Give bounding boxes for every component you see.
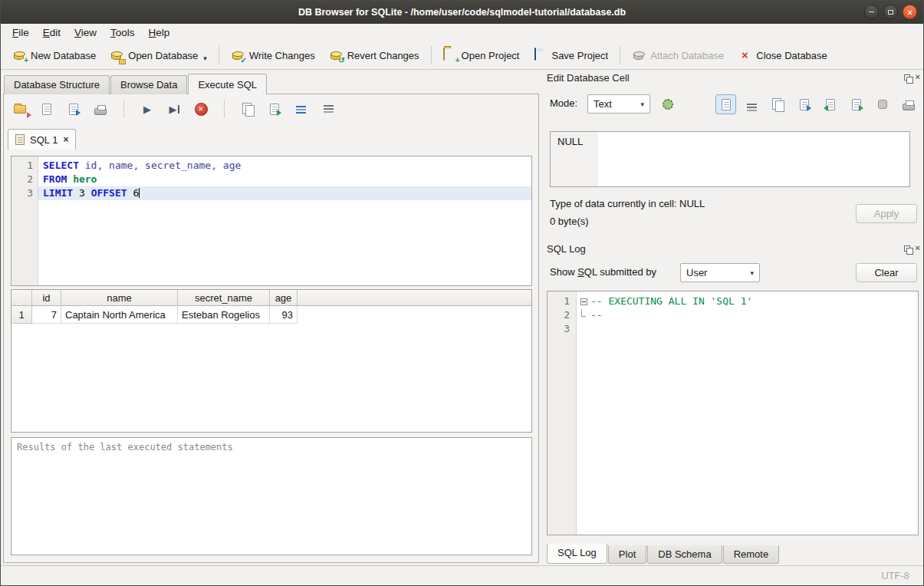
fold-marker-icon[interactable] <box>580 298 587 305</box>
chevron-down-icon: ▾ <box>750 269 754 277</box>
sql-toolbar: ▶ ▶ × <box>12 99 337 119</box>
word-wrap-icon <box>324 105 334 107</box>
code-line-3: LIMIT 3 OFFSET 6 <box>38 186 531 200</box>
dock-tab-plot[interactable]: Plot <box>608 545 646 564</box>
sql-tab[interactable]: SQL 1 × <box>8 129 76 150</box>
save-project-icon <box>533 48 547 62</box>
execute-sql-pane: ▶ ▶ × SQL 1 × 1 2 3 SELECT id, name, se <box>3 94 539 563</box>
word-wrap-button[interactable] <box>320 100 337 117</box>
execute-line-icon: ▶ <box>169 104 177 114</box>
dock-tab-bar: SQL Log Plot DB Schema Remote <box>547 544 780 564</box>
dock-tab-sql-log[interactable]: SQL Log <box>547 544 607 564</box>
sql-log-viewer[interactable]: 1 2 3 -- EXECUTING ALL IN 'SQL 1' -- <box>547 291 919 535</box>
row-number-cell[interactable]: 1 <box>12 306 32 324</box>
results-message-box[interactable]: Results of the last executed statements <box>11 437 532 555</box>
import-cell-button[interactable] <box>820 94 840 114</box>
open-database-dropdown-icon[interactable]: ▾ <box>203 54 207 62</box>
menu-edit[interactable]: Edit <box>36 25 67 40</box>
menu-help[interactable]: Help <box>142 25 177 40</box>
sql-tab-bar: SQL 1 × <box>8 128 76 150</box>
open-database-button[interactable]: Open Database ▾ <box>103 44 214 66</box>
chevron-down-icon: ▾ <box>640 100 644 108</box>
column-header-secret-name[interactable]: secret_name <box>178 290 270 306</box>
mode-combobox[interactable]: Text ▾ <box>587 94 650 114</box>
close-database-icon: × <box>738 48 751 62</box>
save-project-button[interactable]: Save Project <box>526 44 615 66</box>
format-sql-button[interactable] <box>293 100 310 117</box>
column-header-name[interactable]: name <box>61 290 178 306</box>
tab-browse-data[interactable]: Browse Data <box>110 75 187 94</box>
revert-changes-icon: ↺ <box>329 48 343 62</box>
dock-close-icon[interactable]: × <box>916 73 920 81</box>
open-sql-tab-button[interactable] <box>266 100 283 117</box>
column-header-age[interactable]: age <box>270 290 298 306</box>
execute-current-line-button[interactable]: ▶ <box>166 100 182 117</box>
sql-editor[interactable]: 1 2 3 SELECT id, name, secret_name, age … <box>11 156 532 286</box>
minimize-button[interactable] <box>864 5 879 19</box>
menu-tools[interactable]: Tools <box>104 25 142 40</box>
menu-file[interactable]: File <box>5 25 36 40</box>
word-wrap-cell-button[interactable] <box>742 94 762 114</box>
encoding-indicator[interactable]: UTF-8 <box>881 570 909 581</box>
mode-label: Mode: <box>550 97 577 109</box>
cell-secret-name[interactable]: Esteban Rogelios <box>178 306 270 324</box>
print-cell-button[interactable] <box>898 94 919 114</box>
save-sql-file-as-button[interactable] <box>65 100 82 117</box>
text-mode-button[interactable] <box>715 94 736 114</box>
text-cursor <box>139 188 140 198</box>
stop-execution-button[interactable]: × <box>192 100 209 117</box>
save-as-icon <box>800 99 809 110</box>
header-filler <box>298 290 531 306</box>
set-null-button[interactable] <box>872 94 893 114</box>
cell-id[interactable]: 7 <box>32 306 61 324</box>
cell-editor-toolbar <box>715 94 919 114</box>
save-cell-button[interactable] <box>794 94 814 114</box>
export-cell-button[interactable] <box>846 94 866 114</box>
sql-toolbar-separator <box>123 100 124 118</box>
cell-type-info: Type of data currently in cell: NULL <box>550 198 705 209</box>
cell-age[interactable]: 93 <box>270 306 298 324</box>
print-sql-button[interactable] <box>92 100 109 117</box>
save-sql-file-button[interactable] <box>38 100 55 117</box>
cell-name[interactable]: Captain North America <box>61 306 178 324</box>
tab-execute-sql[interactable]: Execute SQL <box>188 74 267 94</box>
open-sql-file-button[interactable] <box>12 100 28 117</box>
open-database-icon <box>110 48 123 62</box>
dock-float-icon[interactable] <box>904 245 910 252</box>
column-header-id[interactable]: id <box>32 290 61 306</box>
cell-value-editor[interactable]: NULL <box>550 131 910 187</box>
copy-cell-button[interactable] <box>768 94 788 114</box>
row-number-header[interactable] <box>12 290 32 306</box>
open-project-button[interactable]: + Open Project <box>436 44 527 66</box>
log-line-2: -- <box>577 308 918 322</box>
log-filter-combobox[interactable]: User ▾ <box>680 263 760 282</box>
toolbar-separator <box>431 46 432 64</box>
dock-close-icon[interactable]: × <box>916 244 920 252</box>
apply-button[interactable]: Apply <box>856 204 917 223</box>
maximize-button[interactable] <box>883 5 898 19</box>
sql-log-title: SQL Log <box>547 243 586 255</box>
close-icon: × <box>907 8 912 17</box>
dock-tab-db-schema[interactable]: DB Schema <box>647 545 722 564</box>
sql-tab-close-icon[interactable]: × <box>63 134 68 145</box>
editor-line-numbers: 1 2 3 <box>12 156 38 285</box>
window-title: DB Browser for SQLite - /home/user/code/… <box>298 7 626 18</box>
new-database-icon: + <box>12 48 26 62</box>
tab-database-structure[interactable]: Database Structure <box>4 75 110 94</box>
close-window-button[interactable]: × <box>903 5 917 19</box>
menu-view[interactable]: View <box>67 25 104 40</box>
clear-log-button[interactable]: Clear <box>856 263 917 282</box>
edit-cell-dock-controls: × <box>904 73 920 81</box>
dock-tab-remote[interactable]: Remote <box>723 545 780 564</box>
editor-code-area[interactable]: SELECT id, name, secret_name, age FROM h… <box>38 156 531 285</box>
execute-all-button[interactable]: ▶ <box>139 100 156 117</box>
write-changes-button[interactable]: ✓ Write Changes <box>224 44 322 66</box>
window-controls: × <box>864 5 917 19</box>
new-sql-tab-button[interactable] <box>239 100 256 117</box>
print-icon <box>903 104 915 110</box>
dock-float-icon[interactable] <box>904 74 910 81</box>
new-database-button[interactable]: + New Database <box>5 44 103 66</box>
close-database-button[interactable]: × Close Database <box>731 44 834 66</box>
revert-changes-button[interactable]: ↺ Revert Changes <box>322 44 426 66</box>
mode-settings-button[interactable] <box>657 94 678 114</box>
